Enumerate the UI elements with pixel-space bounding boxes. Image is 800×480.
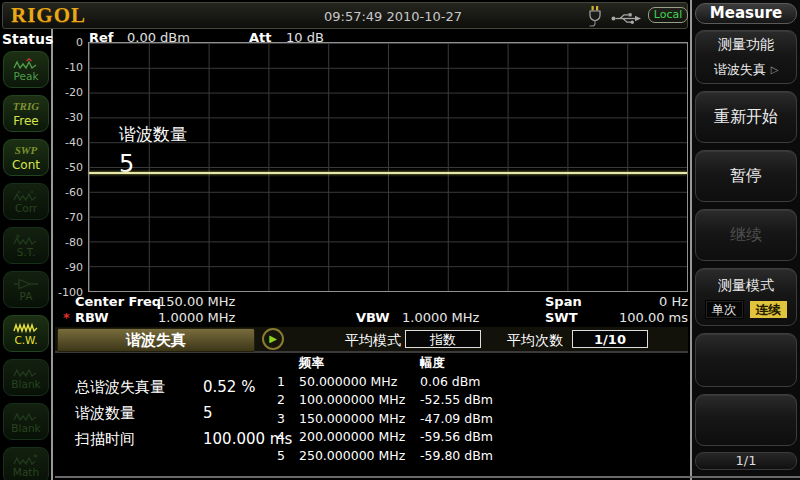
harmonic-freq: 100.000000 MHz: [299, 392, 417, 407]
y-tick: -90: [56, 261, 83, 274]
span-value: 0 Hz: [659, 294, 688, 309]
status-preamp: PA: [3, 271, 49, 308]
harmonic-amp: 0.06 dBm: [420, 374, 515, 389]
harmonic-freq: 150.000000 MHz: [299, 411, 417, 426]
trig-label: TRIG: [13, 101, 39, 112]
harmonic-index: 1: [263, 374, 285, 389]
avg-count-label: 平均次数: [507, 332, 563, 350]
vbw-value: 1.0000 MHz: [402, 310, 479, 325]
harmonic-index: 4: [263, 429, 285, 444]
harmonic-index: 2: [263, 392, 285, 407]
harmonic-freq: 250.000000 MHz: [299, 448, 417, 463]
status-sweep-time: S.T.: [3, 227, 49, 264]
measure-function-value: 谐波失真: [714, 61, 766, 79]
harmonic-amp: -59.80 dBm: [420, 448, 515, 463]
sweep-time-waveform-icon: [13, 234, 39, 246]
rbw-uncoupled-flag: *: [63, 310, 70, 325]
top-bar: RIGOL 09:57:49 2010-10-27 Local: [2, 2, 688, 29]
span-label: Span: [545, 294, 582, 309]
softkey-blank-1[interactable]: [695, 333, 797, 387]
signal-trace: [89, 172, 687, 174]
cw-waveform-icon: [13, 322, 39, 334]
softkey-menu: Measure 测量功能 谐波失真 ▷ 重新开始 暂停 继续 测量模式 单次 连…: [690, 0, 800, 480]
corr-waveform-icon: [13, 190, 39, 202]
status-blank-1: Blank: [3, 359, 49, 396]
thd-value: 0.52 %: [203, 378, 255, 396]
status-blank-2: Blank: [3, 403, 49, 440]
softkey-restart[interactable]: 重新开始: [695, 91, 797, 143]
peak-waveform-icon: [13, 58, 39, 70]
avg-count-value: 1/10: [572, 330, 648, 348]
amp-column-header: 幅度: [420, 355, 515, 372]
status-pa-label: PA: [20, 291, 33, 302]
softkey-measure-mode[interactable]: 测量模式 单次 连续: [695, 268, 797, 326]
status-blank-2-label: Blank: [11, 423, 40, 434]
vbw-label: VBW: [356, 310, 390, 325]
swt-value: 100.00 ms: [619, 310, 688, 325]
table-row: 4 200.000000 MHz -59.56 dBm: [263, 428, 515, 447]
softkey-blank-2[interactable]: [695, 394, 797, 446]
swp-mode: Cont: [12, 159, 40, 171]
status-trigger: TRIG Free: [3, 95, 49, 132]
y-tick: -60: [56, 186, 83, 199]
softkey-pause[interactable]: 暂停: [695, 150, 797, 202]
status-math: Math: [3, 447, 49, 480]
menu-page-indicator: 1/1: [695, 452, 797, 470]
measure-mode-single[interactable]: 单次: [706, 301, 743, 318]
thd-label: 总谐波失真量: [75, 378, 165, 397]
harmonic-index: 5: [263, 448, 285, 463]
status-math-label: Math: [13, 467, 39, 478]
measure-mode-continuous[interactable]: 连续: [750, 301, 787, 318]
softkey-measure-function[interactable]: 测量功能 谐波失真 ▷: [695, 30, 797, 84]
table-row: 3 150.000000 MHz -47.09 dBm: [263, 409, 515, 428]
status-st-label: S.T.: [17, 247, 36, 258]
math-waveform-icon: [13, 454, 39, 466]
y-tick: -70: [56, 211, 83, 224]
status-peak: Peak: [3, 51, 49, 88]
harmonic-index: 3: [263, 411, 285, 426]
trig-mode: Free: [13, 115, 38, 127]
measure-mode-label: 测量模式: [718, 277, 774, 295]
table-row: 1 50.000000 MHz 0.06 dBm: [263, 372, 515, 391]
status-title: Status: [0, 29, 51, 51]
swp-label: SWP: [15, 145, 38, 156]
usb-host-icon: [611, 10, 643, 29]
blank-waveform-icon: [13, 366, 39, 378]
status-corr: Corr: [3, 183, 49, 220]
y-tick: -10: [56, 61, 83, 74]
rbw-label: RBW: [75, 310, 109, 325]
rbw-value: 1.0000 MHz: [158, 310, 235, 325]
harmonics-table: 频率 幅度 1 50.000000 MHz 0.06 dBm 2 100.000…: [263, 355, 515, 465]
local-status-badge: Local: [648, 7, 688, 23]
status-peak-label: Peak: [14, 71, 39, 82]
measure-function-label: 测量功能: [718, 36, 774, 54]
y-tick: -20: [56, 86, 83, 99]
harmonic-freq: 50.000000 MHz: [299, 374, 417, 389]
y-tick: -40: [56, 136, 83, 149]
harmonic-amp: -59.56 dBm: [420, 429, 515, 444]
status-blank-1-label: Blank: [11, 379, 40, 390]
rigol-logo: RIGOL: [11, 3, 86, 28]
softkey-resume-disabled: 继续: [695, 209, 797, 261]
harmonic-distortion-tab: 谐波失真: [57, 328, 255, 352]
spectrum-analyzer-screen: RIGOL 09:57:49 2010-10-27 Local: [0, 0, 800, 480]
status-sidebar: Status Peak TRIG Free SWP Cont Corr: [0, 29, 53, 480]
y-tick: -50: [56, 161, 83, 174]
freq-column-header: 频率: [299, 355, 417, 372]
spectrum-plot-grid: [88, 42, 688, 292]
status-sweep: SWP Cont: [3, 139, 49, 176]
harmonic-count-overlay-label: 谐波数量: [119, 123, 187, 146]
center-freq-label: Center Freq: [75, 294, 161, 309]
play-icon: ▶: [262, 328, 284, 350]
table-row: 5 250.000000 MHz -59.80 dBm: [263, 446, 515, 465]
results-panel: 总谐波失真量 0.52 % 谐波数量 5 扫描时间 100.000 ms 频率 …: [55, 353, 688, 474]
avg-mode-value: 指数: [405, 330, 481, 348]
harmonic-amp: -52.55 dBm: [420, 392, 515, 407]
menu-title: Measure: [695, 3, 797, 24]
harmonic-amp: -47.09 dBm: [420, 411, 515, 426]
y-tick: -30: [56, 111, 83, 124]
harmonics-table-header: 频率 幅度: [263, 355, 515, 372]
y-axis-ticks: 0 -10 -20 -30 -40 -50 -60 -70 -80 -90 -1…: [56, 42, 85, 292]
swt-label: SWT: [545, 310, 578, 325]
bottom-divider: [55, 476, 800, 478]
